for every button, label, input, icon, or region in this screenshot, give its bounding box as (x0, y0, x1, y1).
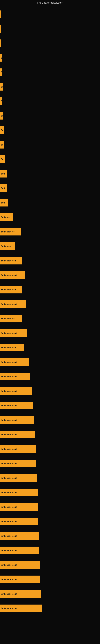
bar-item: Bottleneck result (0, 474, 37, 482)
bar-item: B (0, 54, 2, 62)
bar-row: Bottleneck (0, 239, 100, 253)
bar-item: Bo (0, 112, 3, 120)
bar-item: Bottleneck result (0, 271, 25, 279)
bar-item: Bottleneck result (0, 518, 38, 525)
bar-item: Bottleneck result (0, 460, 36, 467)
bar-item: Bottlenec (0, 213, 13, 221)
bar-item: Bottleneck result (0, 416, 34, 424)
site-title: TheBottlenecker.com (0, 0, 100, 5)
bar-label: Bottleneck result (1, 303, 17, 305)
bar-row: Bottleneck res (0, 311, 100, 326)
bar-label: Bottleneck result (1, 332, 17, 334)
bar-label: Bottleneck result (1, 448, 17, 450)
bar-item: Bo (0, 126, 4, 134)
bar-label: B (1, 100, 2, 102)
bar-item: Bot (0, 155, 5, 163)
bar-item: Bottleneck resu (0, 286, 22, 294)
bar-label: Bottleneck result (1, 578, 17, 580)
bar-row: B (0, 65, 100, 80)
bar-row: Bottleneck result (0, 413, 100, 427)
bar-label: Bottleneck result (1, 492, 17, 494)
bar-label: Bottleneck result (1, 520, 17, 523)
bar-item: Bottleneck res (0, 228, 21, 236)
bar-label: Bo (1, 115, 3, 117)
bar-row: Bottleneck resu (0, 253, 100, 268)
bar-label: Bottleneck result (1, 390, 17, 392)
bar-row: Bottleneck res (0, 224, 100, 239)
bar-item: Bott (0, 184, 7, 192)
bar-item: Bottleneck resu (0, 257, 22, 264)
bar-row: Bottleneck resu (0, 282, 100, 297)
bar-row: Bottleneck result (0, 442, 100, 456)
bar-label: Bottleneck res (1, 231, 15, 233)
bar-row: Bottleneck resu (0, 340, 100, 355)
bar-label: Bottleneck result (1, 593, 17, 595)
bar-label: Bottleneck result (1, 274, 17, 276)
bar-row: Bottleneck result (0, 268, 100, 282)
bar-item: Bottleneck (0, 242, 15, 250)
bar-row: Bot (0, 152, 100, 166)
bar-row: Bottleneck result (0, 427, 100, 442)
bar-row: Bottleneck result (0, 558, 100, 572)
bar-label: Bottleneck result (1, 607, 17, 610)
bar-item: Bottleneck result (0, 300, 26, 308)
bar-item: Bo (0, 141, 4, 148)
bar-row: Bottleneck result (0, 587, 100, 601)
bar-row: Bottleneck result (0, 398, 100, 413)
bar-label: Bottleneck result (1, 550, 17, 552)
bar-label: Bottleneck result (1, 404, 17, 407)
bar-label: Bottlenec (1, 216, 10, 218)
bar-row: Bottleneck result (0, 326, 100, 340)
bar-label: Bottleneck result (1, 361, 17, 363)
bar-label: Bottl (1, 202, 5, 204)
bar-item: Bottleneck res (0, 315, 22, 322)
bar-label: Bott (1, 173, 5, 175)
bar-label: I (1, 28, 1, 30)
bar-row: Bottleneck result (0, 543, 100, 558)
bar-row: Bottleneck result (0, 297, 100, 311)
bar-label: Bottleneck resu (1, 346, 16, 349)
bar-item: Bottleneck result (0, 445, 36, 453)
bar-item: E (0, 40, 1, 47)
bar-label: Bott (1, 187, 5, 190)
bar-label: E (1, 42, 1, 44)
bar-item: Bottleneck result (0, 402, 33, 409)
bar-item: Bottleneck result (0, 561, 40, 569)
bar-row: Bottleneck result (0, 514, 100, 529)
bar-row: Bottleneck result (0, 572, 100, 587)
bar-label: Bottleneck (1, 245, 11, 247)
bar-row: B (0, 50, 100, 65)
bar-item: Bottleneck result (0, 373, 30, 380)
bar-item: Bottleneck result (0, 503, 38, 511)
bar-row: E (0, 36, 100, 50)
bar-label: Bottleneck result (1, 462, 17, 465)
bar-label: Bo (1, 86, 3, 88)
bar-item: Bottleneck result (0, 590, 41, 598)
bar-row: Bo (0, 123, 100, 138)
bar-row: Bott (0, 181, 100, 196)
bar-row: Bott (0, 166, 100, 181)
bar-item: Bottleneck result (0, 604, 42, 612)
bar-label: Bottleneck result (1, 477, 17, 479)
bar-item: B (0, 68, 2, 76)
bar-row: Bottleneck result (0, 456, 100, 471)
bar-row: Bottleneck result (0, 369, 100, 384)
bar-item: Bottleneck result (0, 532, 39, 540)
bar-item: Bottl (0, 199, 8, 206)
bar-item: Bott (0, 170, 7, 178)
bar-item: Bottleneck result (0, 431, 35, 438)
bar-item: Bottleneck result (0, 546, 39, 554)
bar-row: Bottleneck result (0, 384, 100, 398)
bar-label: Bottleneck result (1, 564, 17, 566)
bar-row: Bottl (0, 196, 100, 210)
bar-item: Bo (0, 83, 3, 90)
bar-row: Bottleneck result (0, 601, 100, 616)
bar-label: B (1, 71, 2, 74)
bar-label: Bo (1, 129, 3, 132)
bar-label: Bottleneck result (1, 506, 17, 508)
bar-item: B (0, 98, 2, 105)
bar-label: Bot (1, 158, 4, 160)
bar-label: Bottleneck result (1, 535, 17, 537)
bar-label: Bottleneck result (1, 376, 17, 378)
bar-item: Bottleneck result (0, 358, 29, 366)
